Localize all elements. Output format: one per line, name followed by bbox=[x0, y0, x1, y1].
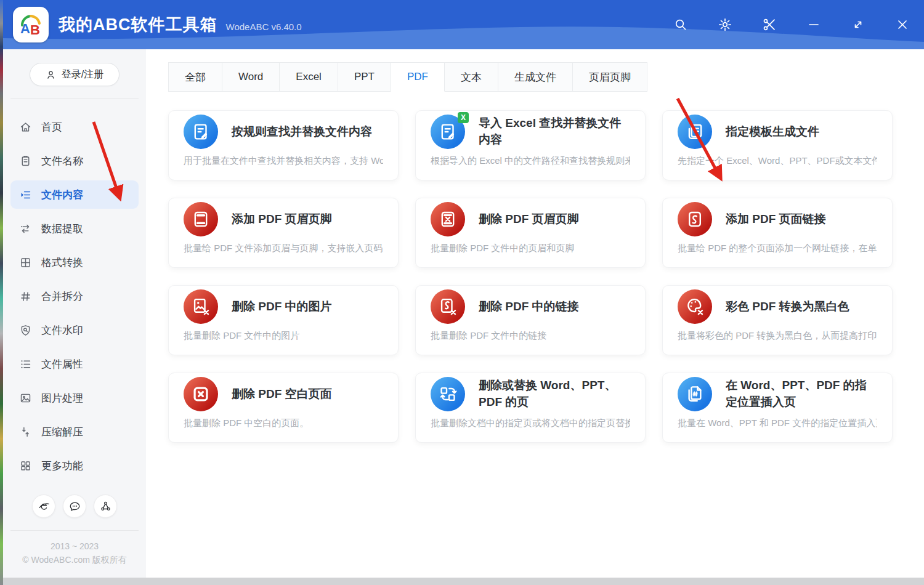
tab-pdf[interactable]: PDF bbox=[391, 62, 445, 92]
docs-template-icon bbox=[678, 115, 712, 149]
tab-header-footer[interactable]: 页眉页脚 bbox=[572, 62, 647, 92]
tab-label: 页眉页脚 bbox=[589, 70, 631, 84]
excel-badge: X bbox=[458, 112, 469, 123]
tab-label: 文本 bbox=[461, 70, 482, 84]
swap-pages-icon bbox=[431, 377, 465, 411]
chat-button[interactable] bbox=[63, 494, 86, 518]
sidebar-item-format-convert[interactable]: 格式转换 bbox=[10, 248, 139, 276]
tool-card[interactable]: 删除 PDF 空白页面批量删除 PDF 中空白的页面。 bbox=[168, 373, 399, 443]
doc-pencil-icon bbox=[184, 115, 218, 149]
card-title: 指定模板生成文件 bbox=[726, 124, 819, 140]
watermark-icon bbox=[19, 324, 32, 337]
tool-card[interactable]: 删除 PDF 中的链接批量删除 PDF 文件中的链接 bbox=[415, 285, 646, 355]
tab-label: Excel bbox=[296, 71, 322, 83]
login-label: 登录/注册 bbox=[62, 68, 103, 81]
card-title: 删除 PDF 页眉页脚 bbox=[479, 211, 579, 228]
sidebar-item-label: 文件名称 bbox=[41, 154, 83, 168]
copyright-block: 2013 ~ 2023 © WodeABC.com 版权所有 bbox=[10, 530, 139, 578]
card-description: 批量删除 PDF 文件中的图片 bbox=[184, 330, 383, 342]
tool-card[interactable]: 指定模板生成文件先指定一个 Excel、Word、PPT、PDF或文本文件作 bbox=[662, 110, 893, 180]
settings-icon bbox=[718, 17, 732, 32]
desktop-edge-strip bbox=[0, 0, 3, 585]
doc-pencil-icon: X bbox=[431, 115, 465, 149]
close-button[interactable] bbox=[894, 17, 910, 33]
category-tabs: 全部WordExcelPPTPDF文本生成文件页眉页脚 bbox=[168, 62, 647, 92]
copyright-years: 2013 ~ 2023 bbox=[10, 539, 139, 553]
tool-card[interactable]: 添加 PDF 页眉页脚批量给 PDF 文件添加页眉与页脚，支持嵌入页码 bbox=[168, 198, 399, 268]
settings-button[interactable] bbox=[717, 17, 733, 33]
tab-ppt[interactable]: PPT bbox=[338, 62, 391, 92]
scissors-button[interactable] bbox=[761, 17, 777, 33]
window-controls bbox=[673, 17, 910, 33]
tool-card[interactable]: 删除 PDF 页眉页脚批量删除 PDF 文件中的页眉和页脚 bbox=[415, 198, 646, 268]
palette-x-icon bbox=[678, 289, 712, 324]
compress-icon bbox=[19, 426, 32, 438]
sidebar-item-label: 压缩解压 bbox=[41, 425, 83, 439]
sidebar-item-watermark[interactable]: 文件水印 bbox=[10, 316, 139, 344]
share-button[interactable] bbox=[94, 494, 117, 518]
file-props-icon bbox=[19, 358, 32, 371]
tab-text[interactable]: 文本 bbox=[444, 62, 498, 92]
sidebar-item-more[interactable]: 更多功能 bbox=[10, 451, 139, 480]
blank-page-x-icon bbox=[184, 377, 218, 411]
sidebar-item-image-process[interactable]: 图片处理 bbox=[10, 384, 139, 412]
sidebar-item-merge-split[interactable]: 合并拆分 bbox=[10, 282, 139, 310]
insert-pages-icon bbox=[678, 377, 712, 411]
card-title: 删除 PDF 中的图片 bbox=[232, 299, 332, 315]
resize-button[interactable] bbox=[850, 17, 866, 33]
tab-generate[interactable]: 生成文件 bbox=[498, 62, 573, 92]
sidebar-footer-icons bbox=[3, 482, 146, 530]
card-title: 添加 PDF 页眉页脚 bbox=[232, 211, 332, 228]
card-description: 根据导入的 Excel 中的文件路径和查找替换规则来批 bbox=[431, 155, 630, 167]
tool-card[interactable]: 删除或替换 Word、PPT、PDF 的页批量删除文档中的指定页或将文档中的指定… bbox=[415, 373, 646, 443]
card-description: 先指定一个 Excel、Word、PPT、PDF或文本文件作 bbox=[678, 155, 877, 167]
file-name-icon bbox=[19, 155, 32, 167]
sidebar-item-label: 文件属性 bbox=[41, 357, 83, 371]
file-content-icon bbox=[19, 188, 32, 201]
sidebar-item-compress[interactable]: 压缩解压 bbox=[10, 418, 139, 446]
sidebar-item-file-content[interactable]: 文件内容 bbox=[10, 180, 139, 209]
divider bbox=[10, 98, 139, 99]
minimize-button[interactable] bbox=[806, 17, 822, 33]
sidebar-item-label: 更多功能 bbox=[41, 459, 83, 473]
tool-card[interactable]: 彩色 PDF 转换为黑白色批量将彩色的 PDF 转换为黑白色，从而提高打印速 bbox=[662, 285, 893, 355]
home-icon bbox=[19, 121, 32, 134]
search-icon bbox=[673, 17, 688, 32]
login-button[interactable]: 登录/注册 bbox=[30, 63, 120, 86]
tool-card[interactable]: 添加 PDF 页面链接批量给 PDF 的整个页面添加一个网址链接，在单击 bbox=[662, 198, 893, 268]
ie-button[interactable] bbox=[32, 494, 55, 518]
tab-all[interactable]: 全部 bbox=[168, 62, 222, 92]
card-description: 批量将彩色的 PDF 转换为黑白色，从而提高打印速 bbox=[678, 330, 877, 342]
card-title: 按规则查找并替换文件内容 bbox=[232, 124, 372, 140]
search-button[interactable] bbox=[673, 17, 689, 33]
tool-card[interactable]: X导入 Excel 查找并替换文件内容根据导入的 Excel 中的文件路径和查找… bbox=[415, 110, 646, 180]
ie-icon bbox=[38, 500, 51, 513]
minimize-icon bbox=[806, 17, 821, 32]
share-icon bbox=[99, 500, 112, 513]
tab-excel[interactable]: Excel bbox=[279, 62, 338, 92]
tab-word[interactable]: Word bbox=[222, 62, 280, 92]
sidebar-item-file-name[interactable]: 文件名称 bbox=[10, 147, 139, 175]
sidebar-item-file-props[interactable]: 文件属性 bbox=[10, 350, 139, 378]
tool-card[interactable]: 按规则查找并替换文件内容用于批量在文件中查找并替换相关内容，支持 Word bbox=[168, 110, 399, 180]
card-description: 批量在 Word、PPT 和 PDF 文件的指定位置插入页。 bbox=[678, 418, 877, 429]
card-title: 导入 Excel 查找并替换文件内容 bbox=[479, 115, 630, 148]
titlebar: A B 我的ABC软件工具箱 WodeABC v6.40.0 bbox=[3, 0, 924, 49]
resize-icon bbox=[851, 17, 865, 32]
card-title: 删除 PDF 空白页面 bbox=[232, 386, 332, 403]
tab-label: PDF bbox=[407, 71, 428, 83]
tool-card[interactable]: 在 Word、PPT、PDF 的指定位置插入页批量在 Word、PPT 和 PD… bbox=[662, 373, 893, 443]
card-description: 批量删除文档中的指定页或将文档中的指定页替换为 bbox=[431, 418, 630, 429]
format-convert-icon bbox=[19, 256, 32, 269]
sidebar-item-home[interactable]: 首页 bbox=[10, 113, 139, 141]
card-title: 删除或替换 Word、PPT、PDF 的页 bbox=[479, 377, 630, 411]
sidebar-item-data-extract[interactable]: 数据提取 bbox=[10, 214, 139, 243]
scissors-icon bbox=[762, 17, 777, 32]
sidebar-item-label: 文件内容 bbox=[41, 188, 83, 202]
sidebar-nav: 首页文件名称文件内容数据提取格式转换合并拆分文件水印文件属性图片处理压缩解压更多… bbox=[3, 113, 146, 480]
card-title: 在 Word、PPT、PDF 的指定位置插入页 bbox=[726, 377, 877, 411]
tab-label: 生成文件 bbox=[514, 70, 556, 84]
page-headerfooter-x-icon bbox=[431, 202, 465, 236]
tool-card[interactable]: 删除 PDF 中的图片批量删除 PDF 文件中的图片 bbox=[168, 285, 399, 355]
svg-text:A: A bbox=[20, 21, 30, 36]
